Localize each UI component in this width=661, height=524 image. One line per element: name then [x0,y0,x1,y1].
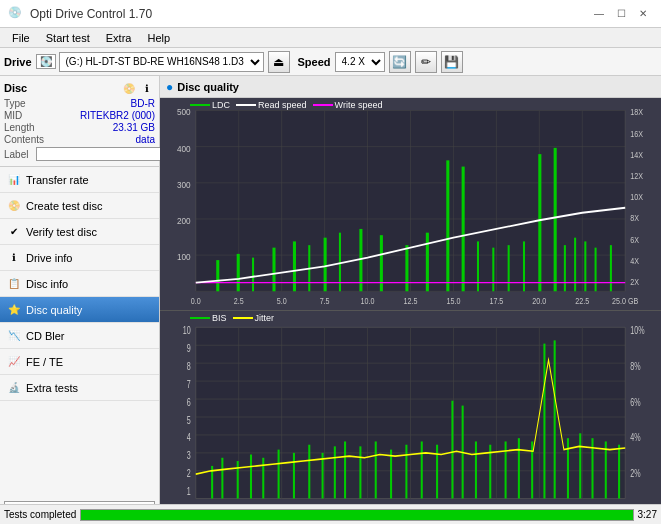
main-layout: Disc 📀 ℹ Type BD-R MID RITEKBR2 (000) Le… [0,76,661,524]
disc-load-icon[interactable]: 📀 [121,80,137,96]
menu-start-test[interactable]: Start test [38,30,98,46]
disc-mid-row: MID RITEKBR2 (000) [4,110,155,121]
chart1-svg: 500 400 300 200 100 18X 16X 14X 12X 10X … [160,98,661,310]
menu-extra[interactable]: Extra [98,30,140,46]
svg-text:20.0: 20.0 [532,296,546,306]
progress-bar-container [80,509,633,521]
title-bar-left: 💿 Opti Drive Control 1.70 [8,6,152,22]
svg-rect-142 [567,438,569,498]
speed-label: Speed [298,56,331,68]
drive-select-container: 💽 (G:) HL-DT-ST BD-RE WH16NS48 1.D3 [36,52,264,72]
svg-rect-64 [574,238,576,292]
drive-select[interactable]: (G:) HL-DT-ST BD-RE WH16NS48 1.D3 [59,52,264,72]
svg-rect-60 [523,241,525,291]
svg-text:10%: 10% [630,323,645,336]
sidebar-item-cd-bler[interactable]: 📉 CD Bler [0,323,159,349]
speed-select[interactable]: 4.2 X [335,52,385,72]
svg-rect-58 [492,248,494,292]
app-icon: 💿 [8,6,24,22]
svg-text:4: 4 [187,431,192,444]
svg-rect-126 [344,441,346,498]
svg-rect-135 [475,441,477,498]
sidebar: Disc 📀 ℹ Type BD-R MID RITEKBR2 (000) Le… [0,76,160,524]
svg-text:22.5: 22.5 [575,296,589,306]
sidebar-item-verify-test-disc[interactable]: ✔ Verify test disc [0,219,159,245]
legend-bis-label: BIS [212,313,227,323]
disc-info-icon[interactable]: ℹ [139,80,155,96]
refresh-button[interactable]: 🔄 [389,51,411,73]
svg-rect-137 [505,441,507,498]
svg-rect-46 [272,248,275,292]
menu-bar: File Start test Extra Help [0,28,661,48]
svg-text:8%: 8% [630,359,641,372]
sidebar-item-create-test-disc[interactable]: 📀 Create test disc [0,193,159,219]
status-text: Tests completed [4,509,76,520]
close-button[interactable]: ✕ [633,5,653,23]
disc-label-input[interactable] [36,147,169,161]
svg-text:7.5: 7.5 [320,296,330,306]
disc-mid-label: MID [4,110,52,121]
sidebar-item-disc-quality[interactable]: ⭐ Disc quality [0,297,159,323]
charts-container: LDC Read speed Write speed [160,98,661,524]
eject-button[interactable]: ⏏ [268,51,290,73]
transfer-rate-icon: 📊 [6,172,22,188]
menu-help[interactable]: Help [139,30,178,46]
svg-rect-140 [543,344,545,499]
disc-info-icon: 📋 [6,276,22,292]
status-bar: Tests completed 3:27 [0,504,661,524]
svg-rect-131 [421,441,423,498]
svg-text:25.0 GB: 25.0 GB [612,296,638,306]
svg-text:1: 1 [187,484,191,497]
legend-read-speed: Read speed [236,100,307,110]
disc-mid-value: RITEKBR2 (000) [80,110,155,121]
sidebar-item-fe-te[interactable]: 📈 FE / TE [0,349,159,375]
maximize-button[interactable]: ☐ [611,5,631,23]
edit-button[interactable]: ✏ [415,51,437,73]
legend-write-speed-color [313,104,333,106]
save-button[interactable]: 💾 [441,51,463,73]
svg-rect-122 [293,453,295,499]
legend-read-speed-color [236,104,256,106]
sidebar-item-extra-tests[interactable]: 🔬 Extra tests [0,375,159,401]
svg-text:5.0: 5.0 [277,296,287,306]
sidebar-item-transfer-rate[interactable]: 📊 Transfer rate [0,167,159,193]
legend-write-speed-label: Write speed [335,100,383,110]
svg-rect-123 [308,445,310,499]
sidebar-label-drive-info: Drive info [26,252,72,264]
disc-label-row: Label ✏ [4,146,155,162]
disc-quality-icon: ⭐ [6,302,22,318]
svg-text:0.0: 0.0 [191,296,201,306]
sidebar-label-disc-quality: Disc quality [26,304,82,316]
minimize-button[interactable]: — [589,5,609,23]
svg-text:300: 300 [177,179,191,190]
legend-bis: BIS [190,313,227,323]
svg-rect-67 [610,245,612,291]
disc-contents-label: Contents [4,134,52,145]
svg-text:14X: 14X [630,150,643,160]
svg-rect-118 [237,461,239,499]
legend-jitter-color [233,317,253,319]
drive-label: Drive [4,56,32,68]
sidebar-item-disc-info[interactable]: 📋 Disc info [0,271,159,297]
drive-toolbar: Drive 💽 (G:) HL-DT-ST BD-RE WH16NS48 1.D… [0,48,661,76]
svg-text:18X: 18X [630,108,643,118]
chart1-legend: LDC Read speed Write speed [190,100,382,110]
disc-contents-value: data [136,134,155,145]
svg-text:2: 2 [187,467,191,480]
svg-rect-53 [405,245,408,291]
svg-text:6%: 6% [630,395,641,408]
svg-text:400: 400 [177,143,191,154]
sidebar-item-drive-info[interactable]: ℹ Drive info [0,245,159,271]
chart1-wrapper: LDC Read speed Write speed [160,98,661,311]
svg-text:8: 8 [187,359,191,372]
menu-file[interactable]: File [4,30,38,46]
sidebar-label-extra-tests: Extra tests [26,382,78,394]
svg-text:3: 3 [187,449,191,462]
svg-rect-146 [618,445,620,499]
app-title: Opti Drive Control 1.70 [30,7,152,21]
title-bar-controls: — ☐ ✕ [589,5,653,23]
nav-items: 📊 Transfer rate 📀 Create test disc ✔ Ver… [0,167,159,497]
svg-text:2.5: 2.5 [234,296,244,306]
legend-jitter: Jitter [233,313,275,323]
svg-rect-121 [278,450,280,499]
